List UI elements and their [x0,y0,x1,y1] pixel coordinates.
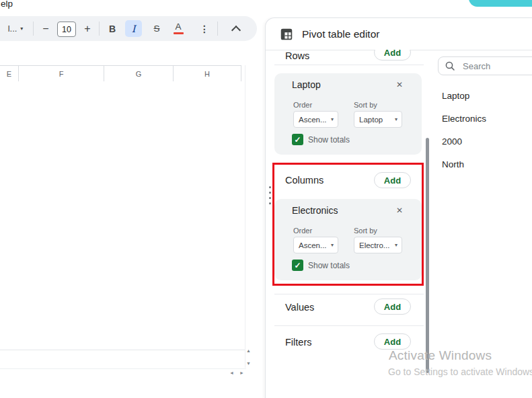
italic-button-active[interactable]: I [125,20,142,37]
filters-add-button[interactable]: Add [374,333,411,350]
column-header-e[interactable]: E [0,66,19,81]
google-sheets-window: elp l... ▾ − 10 + B I S A ⋮ E F G H ▲ ▼ … [0,0,532,398]
close-icon[interactable]: ✕ [393,204,406,216]
windows-activation-watermark: Activate Windows [389,348,492,363]
sortby-label: Sort by [354,227,377,235]
drag-dot-icon [269,202,271,204]
chevron-down-icon: ▾ [331,116,334,122]
order-label: Order [293,227,312,235]
filters-label: Filters [285,337,311,348]
horizontal-scrollbar[interactable] [0,368,246,379]
field-search-box[interactable] [438,56,532,75]
sortby-label: Sort by [354,101,377,109]
column-header-g[interactable]: G [104,66,174,81]
chevron-down-icon: ▾ [395,116,397,122]
order-value: Ascen... [299,116,327,124]
vertical-scrollbar[interactable] [245,65,256,368]
column-header-f[interactable]: F [19,66,104,81]
field-card-title: Electronics [292,205,338,216]
field-item-electronics[interactable]: Electronics [442,114,486,124]
section-divider [274,65,424,65]
order-dropdown[interactable]: Ascen... ▾ [293,111,338,128]
pivot-table-icon [280,28,293,41]
text-color-button[interactable]: A [169,16,187,41]
chevron-down-icon: ▾ [20,26,23,32]
show-totals-label: Show totals [308,135,350,145]
pivot-rows-field-card: Laptop ✕ Order Sort by Ascen... ▾ Laptop… [274,73,422,155]
more-options-button[interactable]: ⋮ [198,16,211,41]
strikethrough-button[interactable]: S [147,16,166,41]
chevron-down-icon: ▾ [331,242,334,248]
search-icon [445,61,455,71]
font-family-dropdown[interactable]: l... ▾ [0,16,31,41]
values-label: Values [285,302,314,313]
search-input[interactable] [461,61,531,72]
sortby-dropdown[interactable]: Electro... ▾ [354,237,402,253]
scroll-up-icon[interactable]: ▲ [246,348,251,353]
rows-section-header: Rows Add [274,50,424,65]
section-divider [274,325,424,326]
toolbar: l... ▾ − 10 + B I S A ⋮ [0,16,257,41]
rows-label: Rows [285,50,309,61]
help-menu[interactable]: elp [1,0,13,9]
order-label: Order [293,101,312,109]
column-header-h[interactable]: H [174,66,241,81]
field-card-title: Laptop [292,79,321,90]
columns-label: Columns [285,175,324,186]
text-color-swatch [174,32,184,34]
panel-scrollbar-thumb[interactable] [426,138,429,373]
order-dropdown[interactable]: Ascen... ▾ [293,237,338,253]
font-size-input[interactable]: 10 [57,22,76,37]
rows-add-button[interactable]: Add [374,50,411,61]
pivot-editor-header: Pivot table editor [266,18,532,50]
share-button[interactable] [469,0,532,7]
collapse-toolbar-button[interactable] [227,16,245,41]
font-family-value: l... [8,24,17,34]
drag-dot-icon [269,186,271,188]
pivot-columns-field-card: Electronics ✕ Order Sort by Ascen... ▾ E… [274,199,422,280]
close-icon[interactable]: ✕ [393,79,406,91]
order-value: Ascen... [299,241,327,249]
sortby-value: Electro... [359,241,389,249]
scroll-left-icon[interactable]: ◄ [229,370,234,375]
text-color-letter: A [175,22,181,32]
bold-button[interactable]: B [103,16,122,41]
field-item-north[interactable]: North [442,159,464,169]
chevron-down-icon: ▾ [395,242,397,248]
scroll-down-icon[interactable]: ▼ [246,361,251,366]
show-totals-label: Show totals [308,261,350,270]
windows-activation-watermark-subtext: Go to Settings to activate Windows [388,366,532,377]
field-item-laptop[interactable]: Laptop [442,91,469,101]
chevron-up-icon [231,25,241,34]
show-totals-checkbox[interactable]: ✓ [292,134,303,145]
toolbar-divider [217,22,218,36]
sheet-canvas[interactable] [0,81,245,350]
show-totals-checkbox[interactable]: ✓ [292,260,303,271]
column-headers: E F G H [0,65,241,82]
scroll-right-icon[interactable]: ► [239,370,244,375]
drag-dot-icon [269,197,271,199]
decrease-font-size-button[interactable]: − [37,16,54,41]
values-add-button[interactable]: Add [374,298,411,315]
field-item-2000[interactable]: 2000 [442,136,462,147]
toolbar-divider [33,22,34,36]
panel-title: Pivot table editor [302,28,379,40]
drag-dot-icon [269,192,271,194]
section-divider [274,294,424,294]
columns-add-button[interactable]: Add [374,172,411,188]
toolbar-divider [99,22,100,36]
panel-resize-handle[interactable] [267,186,272,204]
sheet-boundary-line [0,350,245,350]
sortby-value: Laptop [359,116,383,124]
sortby-dropdown[interactable]: Laptop ▾ [354,111,402,128]
increase-font-size-button[interactable]: + [79,16,96,41]
